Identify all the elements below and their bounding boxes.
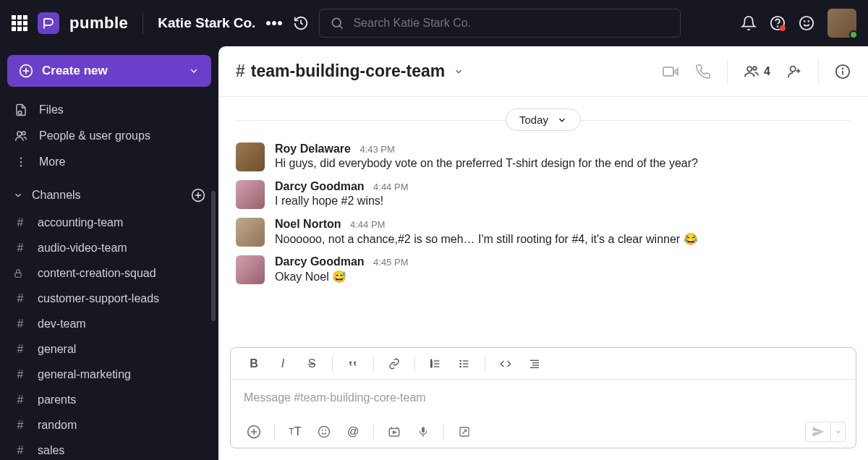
ordered-list-button[interactable]: 123 <box>422 353 448 375</box>
member-count-value: 4 <box>764 65 770 78</box>
create-new-button[interactable]: Create new <box>7 55 211 87</box>
send-options-button[interactable] <box>830 422 845 441</box>
blockquote-button[interactable] <box>340 353 366 375</box>
divider <box>485 356 485 372</box>
scrollbar[interactable] <box>211 191 216 321</box>
strikethrough-button[interactable]: S <box>299 353 325 375</box>
voice-call-button[interactable] <box>695 64 711 80</box>
send-button[interactable] <box>806 422 830 441</box>
mention-button[interactable]: @ <box>340 421 366 443</box>
formatting-toggle-button[interactable]: TT <box>282 421 308 443</box>
nav-people[interactable]: People & user groups <box>7 123 211 149</box>
code-block-button[interactable] <box>522 353 548 375</box>
message-author[interactable]: Darcy Goodman <box>275 180 365 192</box>
code-button[interactable] <box>493 353 519 375</box>
channels-section-header[interactable]: Channels <box>0 175 218 210</box>
divider <box>443 424 444 440</box>
record-audio-button[interactable] <box>410 421 436 443</box>
chevron-down-icon <box>454 67 464 77</box>
plus-circle-icon <box>19 64 33 78</box>
message-author[interactable]: Noel Norton <box>275 218 341 230</box>
hash-icon: # <box>13 292 27 305</box>
svg-point-52 <box>326 430 326 430</box>
attach-button[interactable] <box>241 421 267 443</box>
user-avatar[interactable] <box>827 9 856 38</box>
add-member-button[interactable] <box>786 64 802 80</box>
video-call-button[interactable] <box>662 63 679 80</box>
channel-item-content-creation-squad[interactable]: content-creation-squad <box>7 260 211 286</box>
channel-item-label: accounting-team <box>38 216 123 229</box>
svg-point-5 <box>804 21 805 22</box>
shortcut-button[interactable] <box>451 421 477 443</box>
italic-button[interactable]: I <box>270 353 296 375</box>
svg-rect-21 <box>663 67 673 76</box>
channel-item-random[interactable]: #random <box>7 412 211 438</box>
channel-item-customer-support-leads[interactable]: #customer-support-leads <box>7 286 211 311</box>
message-composer: B I S 123 Message #team-building-core-te… <box>230 347 856 448</box>
channel-item-audio-video-team[interactable]: #audio-video-team <box>7 235 211 260</box>
workspace-more-icon[interactable]: ••• <box>265 15 283 32</box>
nav-more[interactable]: More <box>7 149 211 175</box>
member-count-button[interactable]: 4 <box>744 64 770 80</box>
lock-icon <box>13 268 27 278</box>
message-input[interactable]: Message #team-building-core-team <box>231 380 856 416</box>
channel-item-general[interactable]: #general <box>7 336 211 362</box>
channel-item-label: dev-team <box>38 318 86 331</box>
channels-section-label: Channels <box>32 189 81 202</box>
nav-files[interactable]: Files <box>7 97 211 123</box>
bullet-list-button[interactable] <box>451 353 477 375</box>
channel-title[interactable]: # team-building-core-team <box>236 61 464 81</box>
date-divider-label: Today <box>519 114 548 126</box>
channel-item-dev-team[interactable]: #dev-team <box>7 311 211 336</box>
bold-button[interactable]: B <box>241 353 267 375</box>
notifications-icon[interactable] <box>741 15 757 31</box>
channel-item-general-marketing[interactable]: #general-marketing <box>7 362 211 387</box>
channel-item-sales[interactable]: #sales <box>7 438 211 460</box>
add-channel-button[interactable] <box>191 188 205 203</box>
channel-name: team-building-core-team <box>251 61 445 81</box>
channel-item-label: parents <box>38 393 76 406</box>
channel-item-label: general <box>38 343 76 356</box>
search-bar[interactable] <box>319 9 681 38</box>
history-icon[interactable] <box>293 15 309 31</box>
chevron-down-icon <box>13 190 23 200</box>
more-icon <box>13 156 29 169</box>
search-input[interactable] <box>353 17 670 30</box>
message-author[interactable]: Roy Delaware <box>275 142 351 155</box>
hash-icon: # <box>236 61 245 81</box>
hash-icon: # <box>13 419 27 432</box>
svg-point-6 <box>808 21 809 22</box>
record-video-button[interactable] <box>381 421 407 443</box>
channel-item-parents[interactable]: #parents <box>7 387 211 412</box>
svg-point-51 <box>322 430 323 430</box>
svg-point-15 <box>20 161 22 163</box>
message-author[interactable]: Darcy Goodman <box>275 255 365 268</box>
message-avatar[interactable] <box>236 255 265 284</box>
app-logo-icon <box>38 12 59 34</box>
message-row: Darcy Goodman 4:45 PM Okay Noel 😅 <box>236 251 851 289</box>
channel-info-button[interactable] <box>835 64 851 80</box>
channel-item-accounting-team[interactable]: #accounting-team <box>7 210 211 235</box>
message-avatar[interactable] <box>236 180 265 209</box>
emoji-reactions-icon[interactable] <box>799 15 814 31</box>
message-avatar[interactable] <box>236 218 265 247</box>
people-icon <box>744 64 760 80</box>
chevron-down-icon <box>188 65 200 77</box>
date-divider-pill[interactable]: Today <box>506 108 581 131</box>
svg-point-23 <box>747 67 752 71</box>
nav-files-label: Files <box>39 103 64 116</box>
nav-people-label: People & user groups <box>39 129 150 142</box>
svg-line-11 <box>21 114 22 115</box>
message-text: Hi guys, did everybody vote on the prefe… <box>275 157 851 170</box>
hash-icon: # <box>13 242 27 255</box>
workspace-name[interactable]: Katie Stark Co. <box>158 15 255 31</box>
svg-point-3 <box>778 26 778 27</box>
link-button[interactable] <box>381 353 407 375</box>
apps-grid-icon[interactable] <box>12 15 27 31</box>
help-icon[interactable] <box>770 15 786 31</box>
message-avatar[interactable] <box>236 142 265 171</box>
emoji-picker-button[interactable] <box>311 421 337 443</box>
channel-item-label: content-creation-squad <box>38 267 156 280</box>
svg-point-30 <box>843 68 843 69</box>
message-row: Roy Delaware 4:43 PM Hi guys, did everyb… <box>236 138 851 176</box>
